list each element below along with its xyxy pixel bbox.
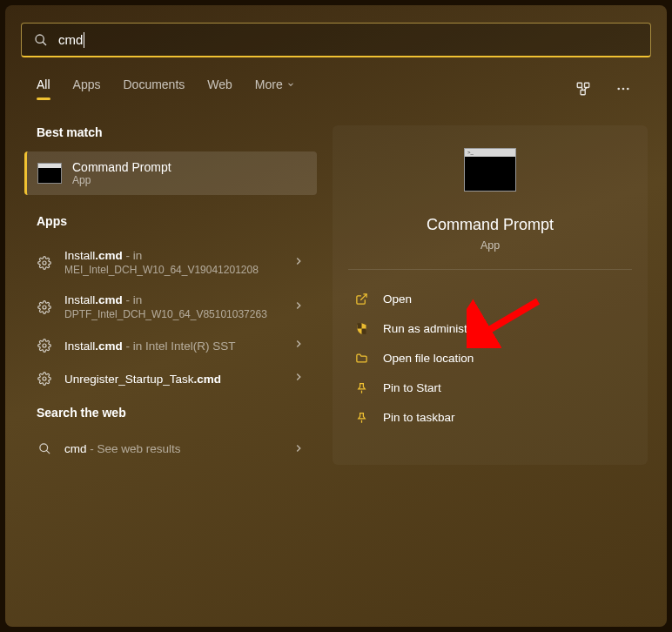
svg-point-8 [622,88,625,91]
svg-point-9 [627,88,629,91]
app-result[interactable]: Install.cmd - in Intel Intel(R) SST [24,329,317,362]
folder-icon [353,350,369,366]
pin-icon [353,409,369,425]
action-label: Run as administrator [383,322,492,335]
chevron-right-icon [292,371,305,387]
action-label: Open [383,292,412,306]
tab-web[interactable]: Web [207,77,232,100]
search-input[interactable]: cmd [21,23,651,57]
section-best-match: Best match [24,125,317,139]
tab-apps[interactable]: Apps [73,77,101,100]
action-label: Open file location [383,352,474,365]
gear-icon [37,299,52,315]
svg-point-10 [43,261,46,265]
chevron-down-icon [286,80,295,89]
chevron-right-icon [292,442,305,454]
svg-rect-18 [361,328,366,333]
gear-icon [37,338,52,353]
shield-icon [353,320,369,336]
command-prompt-icon [464,148,516,192]
app-result[interactable]: Unregister_Startup_Task.cmd [24,362,317,395]
svg-point-14 [39,443,47,451]
app-result[interactable]: Install.cmd - inMEI_Intel_DCH_W10_64_V19… [24,240,317,285]
chevron-right-icon [292,338,305,353]
section-apps: Apps [24,214,317,228]
svg-rect-2 [577,83,581,87]
app-result-path: DPTF_Intel_DCH_W10_64_V85101037263 [64,308,280,320]
action-label: Pin to taskbar [383,411,455,424]
more-options-icon[interactable] [611,77,635,101]
app-result-title: Install.cmd - in [64,249,280,262]
tab-more[interactable]: More [255,77,295,100]
svg-line-15 [46,450,50,454]
svg-rect-17 [357,323,361,328]
command-prompt-icon [37,163,62,184]
chevron-right-icon [292,299,305,315]
app-result[interactable]: Install.cmd - inDPTF_Intel_DCH_W10_64_V8… [24,285,317,329]
detail-sub: App [480,239,500,252]
chevron-right-icon [292,255,305,271]
action-label: Pin to Start [383,381,441,394]
app-result-title: Install.cmd - in [64,293,280,306]
action-open[interactable]: Open [348,284,632,313]
best-match-sub: App [72,174,171,186]
svg-point-7 [617,88,620,91]
search-value: cmd [58,32,84,48]
svg-point-13 [43,377,46,380]
app-result-title: Install.cmd - in Intel Intel(R) SST [64,340,280,353]
svg-line-16 [360,293,366,299]
results-list: Best match Command Prompt App Apps Insta… [24,125,317,465]
svg-line-1 [43,42,46,45]
open-icon [353,291,369,306]
search-window: cmd All Apps Documents Web More [5,5,667,627]
svg-rect-3 [585,83,589,87]
section-search-web: Search the web [24,406,317,420]
detail-title: Command Prompt [427,216,554,234]
action-open-file-location[interactable]: Open file location [348,343,632,373]
app-result-title: Unregister_Startup_Task.cmd [64,373,280,386]
search-icon [37,440,52,456]
gear-icon [37,371,52,387]
gear-icon [37,255,52,271]
action-pin-to-taskbar[interactable]: Pin to taskbar [348,402,632,432]
best-match-title: Command Prompt [72,160,171,174]
search-icon [34,33,48,47]
tab-documents[interactable]: Documents [123,77,185,100]
svg-point-12 [43,344,46,347]
detail-panel: Command Prompt App OpenRun as administra… [333,125,648,465]
filter-tabs: All Apps Documents Web More [21,77,651,101]
action-pin-to-start[interactable]: Pin to Start [348,373,632,402]
svg-line-5 [582,88,583,91]
best-match-result[interactable]: Command Prompt App [24,151,317,195]
tab-all[interactable]: All [37,77,50,100]
pin-icon [353,380,369,395]
action-run-as-administrator[interactable]: Run as administrator [348,313,632,343]
web-result[interactable]: cmd - See web results [24,432,317,465]
app-result-path: MEI_Intel_DCH_W10_64_V19041201208 [64,264,280,276]
apps-network-icon[interactable] [571,77,595,101]
svg-rect-4 [581,91,585,95]
svg-point-11 [43,306,46,309]
svg-point-0 [36,35,44,43]
